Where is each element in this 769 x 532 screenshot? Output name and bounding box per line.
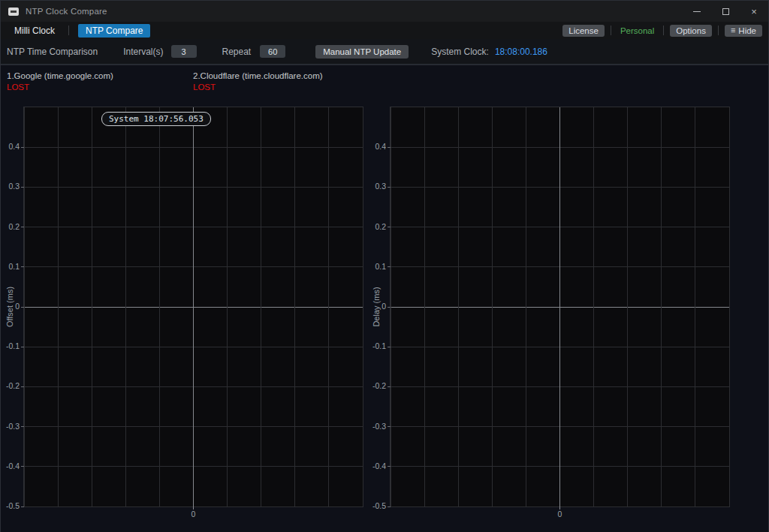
gridline-vertical bbox=[125, 107, 126, 506]
section-title: NTP Time Comparison bbox=[7, 47, 98, 57]
app-icon bbox=[8, 8, 19, 16]
y-tick-label: 0.1 bbox=[363, 262, 386, 271]
y-tick-label: 0.2 bbox=[0, 222, 20, 231]
y-tick-label: 0.1 bbox=[0, 262, 20, 271]
gridline-vertical bbox=[729, 107, 730, 506]
system-clock-value: 18:08:00.186 bbox=[495, 47, 547, 57]
gridline-vertical bbox=[24, 107, 25, 506]
server-header-google: 1.Google (time.google.com) LOST bbox=[7, 71, 113, 93]
minimize-button[interactable] bbox=[683, 1, 711, 22]
server-header-cloudflare: 2.Cloudflare (time.cloudflare.com) LOST bbox=[193, 71, 323, 93]
window-controls: × bbox=[683, 1, 768, 22]
x-tick-label: 0 bbox=[554, 509, 566, 518]
y-tick-label: 0.3 bbox=[363, 182, 386, 191]
tabbar-right-group: License Personal Options ≡Hide bbox=[562, 25, 762, 37]
y-tick-label: -0.2 bbox=[363, 381, 386, 390]
divider bbox=[663, 26, 664, 35]
gridline-vertical bbox=[695, 107, 695, 506]
gridline-vertical bbox=[159, 107, 160, 506]
y-tick-label: -0.3 bbox=[363, 422, 386, 431]
y-tick-label: -0.1 bbox=[0, 341, 20, 350]
interval-input[interactable] bbox=[171, 45, 197, 58]
x-tick-label: 0 bbox=[188, 509, 200, 518]
gridline-vertical bbox=[661, 107, 662, 506]
tab-divider bbox=[68, 26, 69, 35]
delay-chart-plot[interactable]: 0.40.30.20.10-0.1-0.2-0.3-0.4-0.50 bbox=[390, 107, 730, 507]
server-status-badge: LOST bbox=[7, 82, 113, 93]
y-tick-label: -0.5 bbox=[0, 501, 20, 510]
gridline-vertical bbox=[627, 107, 628, 506]
tab-ntp-compare[interactable]: NTP Compare bbox=[78, 24, 150, 38]
close-icon: × bbox=[751, 6, 757, 17]
y-tick-label: 0 bbox=[363, 302, 386, 311]
hide-button-label: Hide bbox=[738, 26, 756, 35]
hide-button[interactable]: ≡Hide bbox=[725, 25, 762, 37]
toolbar: NTP Time Comparison Interval(s) Repeat M… bbox=[1, 39, 768, 64]
divider bbox=[718, 26, 719, 35]
offset-chart-plot[interactable]: 0.40.30.20.10-0.1-0.2-0.3-0.4-0.50System… bbox=[23, 107, 363, 507]
manual-ntp-update-button[interactable]: Manual NTP Update bbox=[315, 45, 409, 59]
y-tick-label: -0.4 bbox=[0, 461, 20, 470]
interval-label: Interval(s) bbox=[123, 47, 163, 57]
tab-bar: Milli Clock NTP Compare License Personal… bbox=[1, 22, 768, 39]
server-name: 1.Google (time.google.com) bbox=[7, 71, 113, 82]
gridline-vertical bbox=[526, 107, 526, 506]
gridline-vertical bbox=[58, 107, 59, 506]
main-content: 1.Google (time.google.com) LOST 2.Cloudf… bbox=[1, 65, 768, 532]
server-status-badge: LOST bbox=[193, 82, 323, 93]
hamburger-menu-icon: ≡ bbox=[731, 26, 735, 35]
gridline-vertical bbox=[391, 107, 391, 506]
gridline-vertical bbox=[424, 107, 425, 506]
y-tick-label: -0.2 bbox=[0, 381, 20, 390]
gridline-vertical bbox=[227, 107, 228, 506]
gridline-vertical bbox=[92, 107, 92, 506]
chart-tooltip: System 18:07:56.053 bbox=[101, 112, 211, 126]
zero-gridline-vertical bbox=[193, 107, 194, 506]
system-clock-label: System Clock: bbox=[431, 47, 489, 57]
gridline-vertical bbox=[261, 107, 261, 506]
license-button[interactable]: License bbox=[562, 25, 605, 37]
close-button[interactable]: × bbox=[740, 1, 768, 22]
gridline-vertical bbox=[328, 107, 329, 506]
gridline-vertical bbox=[593, 107, 594, 506]
window-title: NTP Clock Compare bbox=[26, 7, 107, 16]
app-window: NTP Clock Compare × Milli Clock NTP Comp… bbox=[0, 0, 769, 532]
tab-milli-clock[interactable]: Milli Clock bbox=[7, 24, 62, 38]
server-name: 2.Cloudflare (time.cloudflare.com) bbox=[193, 71, 323, 82]
y-tick-label: -0.1 bbox=[363, 341, 386, 350]
y-tick-label: -0.5 bbox=[363, 501, 386, 510]
gridline-vertical bbox=[458, 107, 459, 506]
y-tick-label: 0.3 bbox=[0, 182, 20, 191]
divider bbox=[611, 26, 611, 35]
maximize-button[interactable] bbox=[711, 1, 740, 22]
titlebar: NTP Clock Compare × bbox=[1, 1, 768, 22]
y-tick-label: 0.2 bbox=[363, 222, 386, 231]
minimize-icon bbox=[693, 11, 701, 12]
maximize-icon bbox=[722, 8, 729, 15]
repeat-input[interactable] bbox=[260, 45, 285, 58]
y-tick-label: 0.4 bbox=[0, 142, 20, 151]
options-button[interactable]: Options bbox=[670, 25, 712, 37]
y-tick-label: -0.4 bbox=[363, 461, 386, 470]
gridline-vertical bbox=[492, 107, 493, 506]
y-tick-label: 0 bbox=[0, 302, 20, 311]
y-tick-label: -0.3 bbox=[0, 422, 20, 431]
zero-gridline-vertical bbox=[559, 107, 560, 506]
gridline-vertical bbox=[294, 107, 295, 506]
y-tick-label: 0.4 bbox=[363, 142, 386, 151]
personal-label[interactable]: Personal bbox=[617, 26, 657, 35]
repeat-label: Repeat bbox=[222, 47, 252, 57]
